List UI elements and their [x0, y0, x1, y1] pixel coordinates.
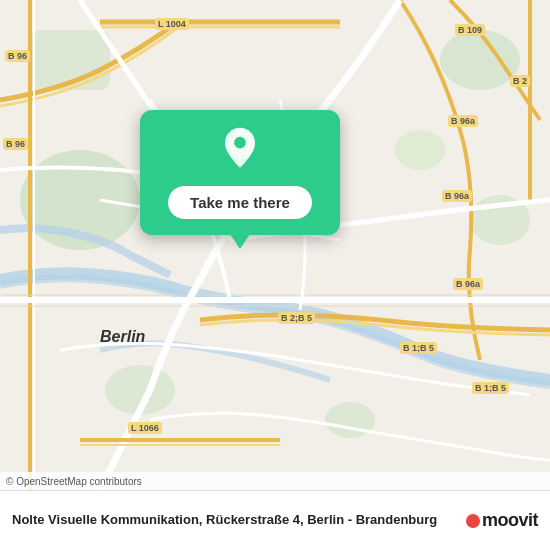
location-pin-icon: [215, 126, 265, 176]
road-label-b96-left: B 96: [3, 138, 28, 150]
city-label-berlin: Berlin: [100, 328, 145, 346]
road-label-b1b5-right: B 1;B 5: [472, 382, 509, 394]
location-name: Nolte Visuelle Kommunikation, Rückerstra…: [12, 511, 466, 529]
popup-card: Take me there: [140, 110, 340, 235]
bottom-bar: Nolte Visuelle Kommunikation, Rückerstra…: [0, 490, 550, 550]
road-label-b96a-right: B 96a: [448, 115, 478, 127]
moovit-brand-text: moovit: [482, 510, 538, 531]
road-label-b96-top: B 96: [5, 50, 30, 62]
map-container: L 1004 B 96 B 109 B 96a B 2 B 96a B 96a …: [0, 0, 550, 490]
road-label-b2b5: B 2;B 5: [278, 312, 315, 324]
copyright-bar: © OpenStreetMap contributors: [0, 472, 550, 490]
copyright-text: © OpenStreetMap contributors: [6, 476, 142, 487]
road-label-b2: B 2: [510, 75, 530, 87]
road-label-b96a-bot: B 96a: [453, 278, 483, 290]
svg-point-3: [395, 130, 445, 170]
location-info: Nolte Visuelle Kommunikation, Rückerstra…: [12, 511, 466, 529]
moovit-dot-icon: [466, 514, 480, 528]
road-label-l1066: L 1066: [128, 422, 162, 434]
road-label-b109: B 109: [455, 24, 485, 36]
svg-point-2: [440, 30, 520, 90]
road-label-b1b5-mid: B 1;B 5: [400, 342, 437, 354]
svg-point-10: [234, 137, 246, 149]
road-label-l1004: L 1004: [155, 18, 189, 30]
map-svg: [0, 0, 550, 490]
take-me-there-button[interactable]: Take me there: [168, 186, 312, 219]
moovit-logo: moovit: [466, 510, 538, 531]
road-label-b96a-mid: B 96a: [442, 190, 472, 202]
